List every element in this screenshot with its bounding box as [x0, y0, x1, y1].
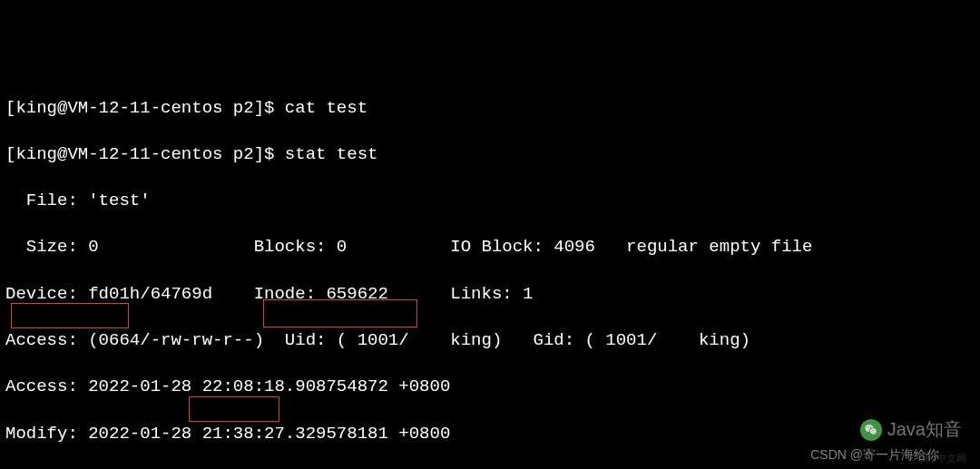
- terminal-line: [king@VM-12-11-centos p2]$ cat test: [5, 97, 975, 121]
- java-watermark-text: Java知音: [887, 417, 962, 442]
- php-watermark: php中文网: [920, 452, 966, 465]
- terminal-line: Size: 0 Blocks: 0 IO Block: 4096 regular…: [5, 236, 975, 259]
- highlight-size: [11, 303, 129, 328]
- terminal-line: Access: 2022-01-28 22:08:18.908754872 +0…: [5, 376, 975, 399]
- terminal-line: Access: (0664/-rw-rw-r--) Uid: ( 1001/ k…: [5, 329, 975, 353]
- wechat-icon: [860, 419, 882, 441]
- highlight-modify-time: [189, 396, 279, 422]
- java-watermark: Java知音: [860, 417, 962, 442]
- terminal-line: [king@VM-12-11-centos p2]$ stat test: [5, 143, 975, 167]
- terminal-line: Device: fd01h/64769d Inode: 659622 Links…: [5, 283, 975, 307]
- terminal-line: Modify: 2022-01-28 21:38:27.329578181 +0…: [5, 423, 975, 446]
- terminal-line: File: 'test': [5, 190, 975, 213]
